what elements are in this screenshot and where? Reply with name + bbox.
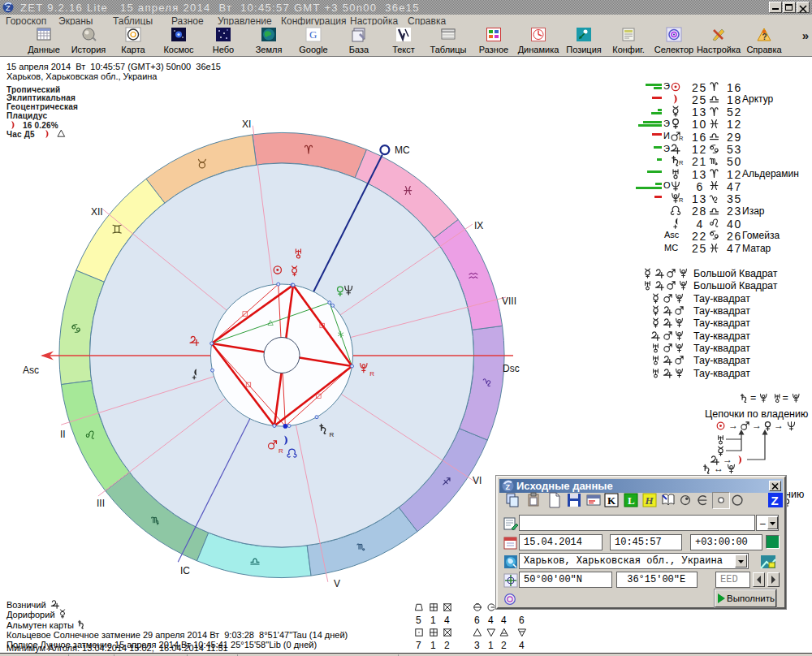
svg-text:R: R	[279, 447, 283, 455]
svg-text:MC: MC	[395, 145, 410, 156]
svg-text:IC: IC	[180, 565, 190, 576]
svg-text:IX: IX	[474, 220, 483, 231]
svg-text:?: ?	[762, 32, 767, 41]
svg-text:Dsc: Dsc	[503, 363, 520, 374]
svg-text:V: V	[334, 578, 340, 589]
svg-text:H: H	[645, 494, 654, 507]
svg-text:Z: Z	[6, 4, 11, 12]
svg-text:Z: Z	[506, 483, 511, 491]
svg-text:XI: XI	[242, 119, 251, 130]
svg-text:R: R	[330, 431, 335, 438]
svg-text:III: III	[97, 498, 105, 509]
svg-text:Asc: Asc	[23, 365, 39, 376]
svg-text:VI: VI	[473, 475, 482, 486]
svg-text:Z: Z	[771, 494, 779, 507]
svg-text:K: K	[607, 494, 616, 507]
svg-text:XII: XII	[91, 206, 103, 218]
svg-text:VIII: VIII	[502, 296, 516, 307]
svg-text:L: L	[628, 494, 635, 507]
svg-text:G: G	[309, 28, 317, 41]
svg-text:II: II	[60, 429, 66, 440]
svg-text:R: R	[369, 370, 374, 378]
